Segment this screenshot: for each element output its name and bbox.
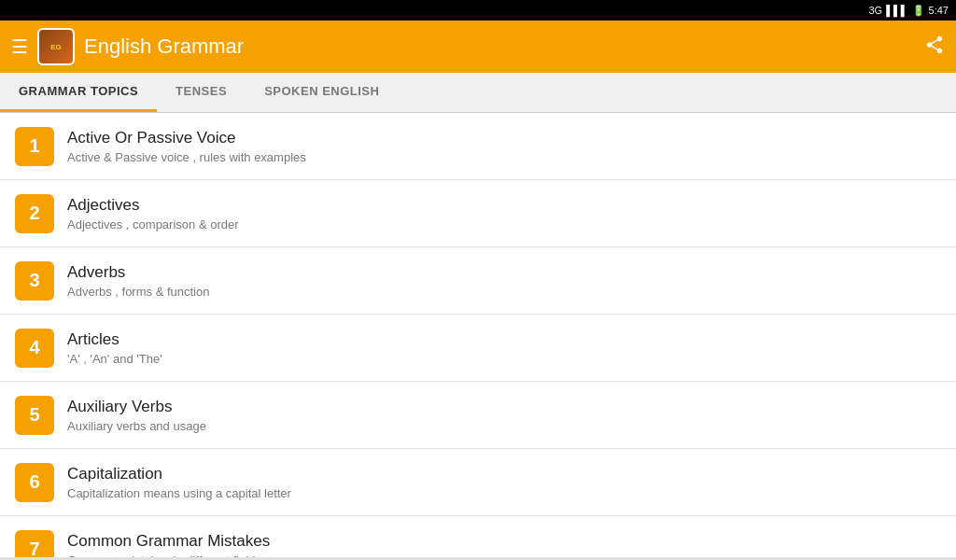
list-item[interactable]: 5 Auxiliary Verbs Auxiliary verbs and us… [0,382,956,449]
tab-spoken-english[interactable]: SPOKEN ENGLISH [246,73,398,112]
list-item[interactable]: 7 Common Grammar Mistakes Grammar mistak… [0,516,956,557]
list-item[interactable]: 1 Active Or Passive Voice Active & Passi… [0,113,956,180]
item-subtitle-6: Capitalization means using a capital let… [67,486,941,500]
item-number-4: 4 [15,329,54,368]
item-number-7: 7 [15,530,54,558]
item-title-2: Adjectives [67,196,941,215]
item-subtitle-4: 'A' , 'An' and 'The' [67,352,941,366]
list-item[interactable]: 6 Capitalization Capitalization means us… [0,449,956,516]
tab-tenses[interactable]: TENSES [157,73,246,112]
item-subtitle-7: Grammar mistakes in different fields [67,553,941,558]
item-subtitle-5: Auxiliary verbs and usage [67,419,941,433]
item-number-5: 5 [15,396,54,435]
item-content-7: Common Grammar Mistakes Grammar mistakes… [67,532,941,558]
item-number-3: 3 [15,261,54,301]
item-subtitle-2: Adjectives , comparison & order [67,217,941,231]
item-title-7: Common Grammar Mistakes [67,532,941,551]
list-item[interactable]: 2 Adjectives Adjectives , comparison & o… [0,180,956,247]
item-number-2: 2 [15,194,54,233]
app-title: English Grammar [84,35,244,59]
item-title-5: Auxiliary Verbs [67,398,941,416]
menu-icon[interactable]: ☰ [11,35,28,58]
item-content-4: Articles 'A' , 'An' and 'The' [67,330,941,366]
status-bar: 3G ▌▌▌ 🔋 5:47 [0,0,956,21]
tab-grammar-topics[interactable]: GRAMMAR TOPICS [0,73,157,112]
share-icon[interactable] [924,35,945,60]
item-subtitle-1: Active & Passive voice , rules with exam… [67,150,941,164]
topics-list: 1 Active Or Passive Voice Active & Passi… [0,113,956,557]
item-title-1: Active Or Passive Voice [67,129,941,147]
item-subtitle-3: Adverbs , forms & function [67,285,941,299]
tab-bar: GRAMMAR TOPICS TENSES SPOKEN ENGLISH [0,73,956,113]
item-content-6: Capitalization Capitalization means usin… [67,465,941,500]
signal-icons: 3G ▌▌▌ 🔋 5:47 [869,5,949,17]
network-indicator: 3G [869,5,883,16]
item-content-3: Adverbs Adverbs , forms & function [67,263,941,299]
item-title-3: Adverbs [67,263,941,282]
app-icon: EG [37,28,75,65]
item-content-2: Adjectives Adjectives , comparison & ord… [67,196,941,231]
app-header: ☰ EG English Grammar [0,21,956,73]
clock: 5:47 [929,5,949,16]
item-number-1: 1 [15,127,54,166]
item-number-6: 6 [15,463,54,502]
list-item[interactable]: 3 Adverbs Adverbs , forms & function [0,247,956,315]
list-item[interactable]: 4 Articles 'A' , 'An' and 'The' [0,315,956,382]
signal-bars: ▌▌▌ [886,5,907,16]
app-icon-inner: EG [39,30,73,63]
item-content-1: Active Or Passive Voice Active & Passive… [67,129,941,164]
item-title-4: Articles [67,330,941,349]
app-icon-label: EG [50,43,62,51]
battery-icon: 🔋 [912,5,925,17]
header-left: ☰ EG English Grammar [11,28,244,65]
item-content-5: Auxiliary Verbs Auxiliary verbs and usag… [67,398,941,433]
item-title-6: Capitalization [67,465,941,483]
